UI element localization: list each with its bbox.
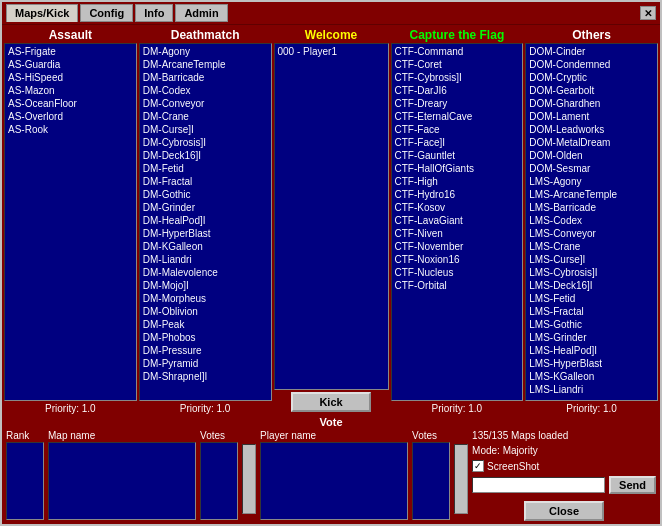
list-item[interactable]: LMS-Cybrosis]I bbox=[527, 266, 656, 279]
list-item[interactable]: DOM-Gearbolt bbox=[527, 84, 656, 97]
list-item[interactable]: DM-Pressure bbox=[141, 344, 270, 357]
list-item[interactable]: DM-Crane bbox=[141, 110, 270, 123]
list-item[interactable]: CTF-Hydro16 bbox=[393, 188, 522, 201]
list-item[interactable]: CTF-Cybrosis]I bbox=[393, 71, 522, 84]
list-item[interactable]: CTF-Command bbox=[393, 45, 522, 58]
list-item[interactable]: DM-Fractal bbox=[141, 175, 270, 188]
list-item[interactable]: DM-Grinder bbox=[141, 201, 270, 214]
list-item[interactable]: LMS-Grinder bbox=[527, 331, 656, 344]
list-item[interactable]: DOM-Condemned bbox=[527, 58, 656, 71]
list-item[interactable]: LMS-Fetid bbox=[527, 292, 656, 305]
list-item[interactable]: LMS-Conveyor bbox=[527, 227, 656, 240]
list-item[interactable]: LMS-Curse]I bbox=[527, 253, 656, 266]
screenshot-checkbox[interactable]: ✓ bbox=[472, 460, 484, 472]
list-item[interactable]: DOM-Ghardhen bbox=[527, 97, 656, 110]
list-item[interactable]: DM-Codex bbox=[141, 84, 270, 97]
list-item[interactable]: CTF-Face bbox=[393, 123, 522, 136]
list-item[interactable]: CTF-November bbox=[393, 240, 522, 253]
list-item[interactable]: LMS-Gothic bbox=[527, 318, 656, 331]
tab-maps-kick[interactable]: Maps/Kick bbox=[6, 4, 78, 22]
list-item[interactable]: DOM-MetalDream bbox=[527, 136, 656, 149]
list-item[interactable]: DM-Shrapnel]I bbox=[141, 370, 270, 383]
list-item[interactable]: DM-Deck16]I bbox=[141, 149, 270, 162]
list-item[interactable]: CTF-HallOfGiants bbox=[393, 162, 522, 175]
list-item[interactable]: LMS-HealPod]I bbox=[527, 344, 656, 357]
list-item[interactable]: AS-Frigate bbox=[6, 45, 135, 58]
close-bottom-button[interactable]: Close bbox=[524, 501, 604, 521]
list-item[interactable]: CTF-LavaGiant bbox=[393, 214, 522, 227]
list-item[interactable]: DM-Oblivion bbox=[141, 305, 270, 318]
tab-admin[interactable]: Admin bbox=[175, 4, 227, 22]
mapvotes-list[interactable] bbox=[200, 442, 238, 520]
list-item[interactable]: CTF-Face]I bbox=[393, 136, 522, 149]
list-item[interactable]: CTF-Orbital bbox=[393, 279, 522, 292]
list-item[interactable]: DM-Conveyor bbox=[141, 97, 270, 110]
list-item[interactable]: CTF-Coret bbox=[393, 58, 522, 71]
list-item[interactable]: CTF-Niven bbox=[393, 227, 522, 240]
welcome-list[interactable]: 000 - Player1 bbox=[274, 43, 389, 390]
playervotes-list[interactable] bbox=[412, 442, 450, 520]
list-item[interactable]: DOM-Leadworks bbox=[527, 123, 656, 136]
mapname-list[interactable] bbox=[48, 442, 196, 520]
kick-button[interactable]: Kick bbox=[291, 392, 371, 412]
list-item[interactable]: DM-Curse]I bbox=[141, 123, 270, 136]
list-item[interactable]: CTF-Noxion16 bbox=[393, 253, 522, 266]
list-item[interactable]: DOM-Olden bbox=[527, 149, 656, 162]
list-item[interactable]: 000 - Player1 bbox=[276, 45, 387, 58]
deathmatch-list[interactable]: DM-AgonyDM-ArcaneTempleDM-BarricadeDM-Co… bbox=[139, 43, 272, 401]
list-item[interactable]: DM-Morpheus bbox=[141, 292, 270, 305]
rank-list[interactable] bbox=[6, 442, 44, 520]
list-item[interactable]: AS-Guardia bbox=[6, 58, 135, 71]
list-item[interactable]: LMS-Agony bbox=[527, 175, 656, 188]
list-item[interactable]: LMS-Liandri bbox=[527, 383, 656, 396]
list-item[interactable]: DM-ArcaneTemple bbox=[141, 58, 270, 71]
list-item[interactable]: DM-Cybrosis]I bbox=[141, 136, 270, 149]
list-item[interactable]: DM-Liandri bbox=[141, 253, 270, 266]
tab-config[interactable]: Config bbox=[80, 4, 133, 22]
ctf-list[interactable]: CTF-CommandCTF-CoretCTF-Cybrosis]ICTF-Da… bbox=[391, 43, 524, 401]
list-item[interactable]: LMS-Codex bbox=[527, 214, 656, 227]
list-item[interactable]: LMS-Crane bbox=[527, 240, 656, 253]
list-item[interactable]: LMS-Fractal bbox=[527, 305, 656, 318]
list-item[interactable]: LMS-ArcaneTemple bbox=[527, 188, 656, 201]
send-button[interactable]: Send bbox=[609, 476, 656, 494]
list-item[interactable]: DM-Pyramid bbox=[141, 357, 270, 370]
list-item[interactable]: CTF-High bbox=[393, 175, 522, 188]
list-item[interactable]: LMS-Deck16]I bbox=[527, 279, 656, 292]
list-item[interactable]: DM-Malevolence bbox=[141, 266, 270, 279]
list-item[interactable]: AS-Overlord bbox=[6, 110, 135, 123]
tab-info[interactable]: Info bbox=[135, 4, 173, 22]
list-item[interactable]: DM-HealPod]I bbox=[141, 214, 270, 227]
list-item[interactable]: CTF-Kosov bbox=[393, 201, 522, 214]
list-item[interactable]: CTF-Nucleus bbox=[393, 266, 522, 279]
list-item[interactable]: DM-Agony bbox=[141, 45, 270, 58]
list-item[interactable]: DM-Gothic bbox=[141, 188, 270, 201]
list-item[interactable]: DM-Phobos bbox=[141, 331, 270, 344]
list-item[interactable]: DM-Peak bbox=[141, 318, 270, 331]
list-item[interactable]: AS-Rook bbox=[6, 123, 135, 136]
list-item[interactable]: CTF-EternalCave bbox=[393, 110, 522, 123]
close-button[interactable]: ✕ bbox=[640, 6, 656, 20]
assault-list[interactable]: AS-FrigateAS-GuardiaAS-HiSpeedAS-MazonAS… bbox=[4, 43, 137, 401]
list-item[interactable]: LMS-Barricade bbox=[527, 201, 656, 214]
list-item[interactable]: DOM-Sesmar bbox=[527, 162, 656, 175]
list-item[interactable]: LMS-HyperBlast bbox=[527, 357, 656, 370]
list-item[interactable]: DM-Fetid bbox=[141, 162, 270, 175]
list-item[interactable]: DM-Barricade bbox=[141, 71, 270, 84]
list-item[interactable]: DM-HyperBlast bbox=[141, 227, 270, 240]
list-item[interactable]: CTF-Gauntlet bbox=[393, 149, 522, 162]
list-item[interactable]: AS-Mazon bbox=[6, 84, 135, 97]
playername-list[interactable] bbox=[260, 442, 408, 520]
list-item[interactable]: AS-HiSpeed bbox=[6, 71, 135, 84]
others-list[interactable]: DOM-CinderDOM-CondemnedDOM-CrypticDOM-Ge… bbox=[525, 43, 658, 401]
send-input[interactable] bbox=[472, 477, 605, 493]
list-item[interactable]: DM-KGalleon bbox=[141, 240, 270, 253]
list-item[interactable]: CTF-Dreary bbox=[393, 97, 522, 110]
list-item[interactable]: DOM-Lament bbox=[527, 110, 656, 123]
list-item[interactable]: AS-OceanFloor bbox=[6, 97, 135, 110]
list-item[interactable]: DOM-Cryptic bbox=[527, 71, 656, 84]
list-item[interactable]: LMS-KGalleon bbox=[527, 370, 656, 383]
list-item[interactable]: DM-Mojo]I bbox=[141, 279, 270, 292]
list-item[interactable]: CTF-DarJI6 bbox=[393, 84, 522, 97]
list-item[interactable]: DOM-Cinder bbox=[527, 45, 656, 58]
